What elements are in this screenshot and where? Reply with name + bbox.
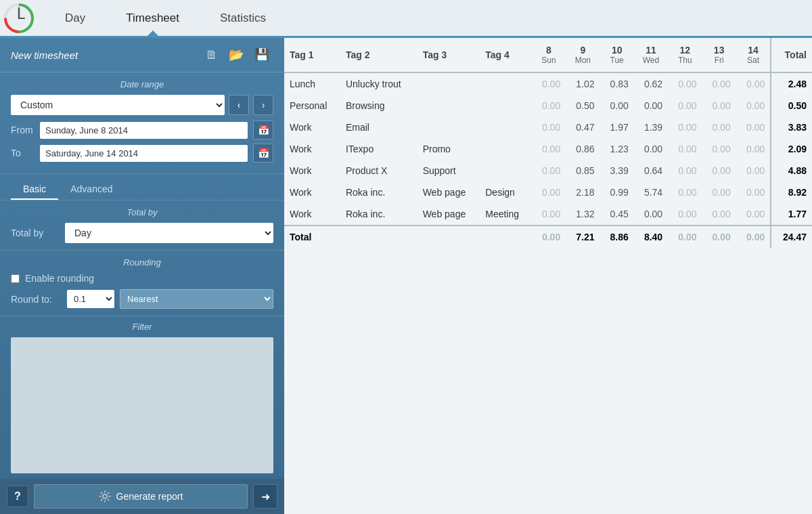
table-row: PersonalBrowsing0.000.500.000.000.000.00…: [284, 95, 812, 116]
cell-d13: 0.00: [702, 203, 736, 226]
total-by-title: Total by: [11, 207, 273, 217]
enable-rounding-label: Enable rounding: [25, 273, 94, 284]
cell-d8: 0.00: [532, 138, 566, 160]
next-range-button[interactable]: ›: [253, 95, 273, 115]
cell-d10: 0.99: [600, 181, 634, 203]
generate-report-button[interactable]: Generate report: [34, 484, 248, 509]
col-tag3: Tag 3: [418, 38, 480, 72]
data-table: Tag 1 Tag 2 Tag 3 Tag 4 8 Sun 9 Mon 10 T…: [284, 38, 812, 248]
total-cell-10: 0.00: [736, 226, 771, 248]
open-button[interactable]: 📂: [225, 46, 248, 64]
prev-range-button[interactable]: ‹: [229, 95, 249, 115]
table-row: WorkEmail0.000.471.971.390.000.000.003.8…: [284, 116, 812, 138]
cell-d13: 0.00: [702, 160, 736, 181]
cell-total: 4.88: [771, 160, 812, 181]
cell-total: 1.77: [771, 203, 812, 226]
col-day-13: 13 Fri: [702, 38, 736, 72]
total-cell-9: 0.00: [702, 226, 736, 248]
cell-tag3: Web page: [418, 203, 480, 226]
cell-d13: 0.00: [702, 95, 736, 116]
cell-total: 2.09: [771, 138, 812, 160]
cell-tag1: Work: [284, 138, 340, 160]
filter-textarea[interactable]: [11, 337, 273, 473]
cell-tag4: [480, 138, 532, 160]
cell-tag4: Design: [480, 181, 532, 203]
cell-d12: 0.00: [668, 181, 702, 203]
cell-d13: 0.00: [702, 138, 736, 160]
cell-tag3: [418, 116, 480, 138]
cell-tag3: Promo: [418, 138, 480, 160]
enable-rounding-checkbox[interactable]: [11, 274, 20, 283]
round-value-select[interactable]: 0.1: [67, 290, 114, 308]
cell-d14: 0.00: [736, 116, 771, 138]
from-date-input[interactable]: [40, 122, 248, 139]
tab-statistics[interactable]: Statistics: [200, 0, 286, 36]
cell-d11: 0.00: [634, 138, 668, 160]
cell-d8: 0.00: [532, 72, 566, 95]
total-cell-6: 8.86: [600, 226, 634, 248]
cell-tag1: Work: [284, 181, 340, 203]
cell-d13: 0.00: [702, 181, 736, 203]
total-cell-2: [418, 226, 480, 248]
cell-d12: 0.00: [668, 203, 702, 226]
cell-d14: 0.00: [736, 72, 771, 95]
cell-d8: 0.00: [532, 95, 566, 116]
help-button[interactable]: ?: [7, 486, 28, 507]
total-by-label: Total by: [11, 228, 58, 238]
left-panel: New timesheet 🗎 📂 💾 Date range Custom ‹ …: [0, 38, 284, 514]
cell-d11: 5.74: [634, 181, 668, 203]
cell-d11: 0.00: [634, 95, 668, 116]
to-label: To: [11, 148, 35, 158]
total-by-select[interactable]: Day: [65, 223, 273, 243]
round-to-row: Round to: 0.1 Nearest: [11, 289, 273, 309]
new-timesheet-label: New timesheet: [11, 49, 78, 61]
cell-tag2: Unlucky trout: [340, 72, 418, 95]
cell-tag2: Product X: [340, 160, 418, 181]
svg-point-5: [103, 494, 107, 498]
nav-tabs: Day Timesheet Statistics: [45, 0, 286, 36]
cell-d9: 2.18: [566, 181, 600, 203]
col-day-10: 10 Tue: [600, 38, 634, 72]
advanced-tab[interactable]: Advanced: [58, 179, 125, 200]
cell-tag3: Web page: [418, 181, 480, 203]
nearest-select[interactable]: Nearest: [120, 289, 273, 309]
col-tag2: Tag 2: [340, 38, 418, 72]
rounding-title: Rounding: [11, 257, 273, 267]
round-to-label: Round to:: [11, 294, 62, 305]
cell-tag4: Meeting: [480, 203, 532, 226]
filter-section: Filter: [0, 316, 284, 479]
new-doc-button[interactable]: 🗎: [202, 46, 222, 64]
cell-total: 0.50: [771, 95, 812, 116]
cell-d9: 0.86: [566, 138, 600, 160]
cell-tag4: [480, 95, 532, 116]
basic-tab[interactable]: Basic: [11, 179, 58, 200]
to-date-input[interactable]: [40, 145, 248, 162]
tab-day[interactable]: Day: [45, 0, 106, 36]
cell-d12: 0.00: [668, 95, 702, 116]
save-button[interactable]: 💾: [250, 46, 273, 64]
export-button[interactable]: ➜: [253, 484, 277, 509]
cell-d10: 1.23: [600, 138, 634, 160]
total-cell-8: 0.00: [668, 226, 702, 248]
total-row: Total0.007.218.868.400.000.000.0024.47: [284, 226, 812, 248]
date-range-select[interactable]: Custom: [11, 95, 225, 115]
cell-tag1: Work: [284, 160, 340, 181]
total-cell-3: [480, 226, 532, 248]
cell-tag3: [418, 72, 480, 95]
cell-tag1: Personal: [284, 95, 340, 116]
cell-d9: 1.02: [566, 72, 600, 95]
cell-d14: 0.00: [736, 95, 771, 116]
cell-d12: 0.00: [668, 72, 702, 95]
date-range-title: Date range: [11, 79, 273, 89]
cell-d11: 0.64: [634, 160, 668, 181]
panel-tabs: Basic Advanced: [0, 174, 284, 200]
to-calendar-button[interactable]: 📅: [253, 144, 273, 163]
tab-timesheet[interactable]: Timesheet: [106, 0, 200, 36]
from-calendar-button[interactable]: 📅: [253, 121, 273, 140]
cell-tag2: Roka inc.: [340, 203, 418, 226]
cell-tag2: Email: [340, 116, 418, 138]
cell-d10: 3.39: [600, 160, 634, 181]
cell-d13: 0.00: [702, 116, 736, 138]
cell-tag2: ITexpo: [340, 138, 418, 160]
cell-d12: 0.00: [668, 160, 702, 181]
